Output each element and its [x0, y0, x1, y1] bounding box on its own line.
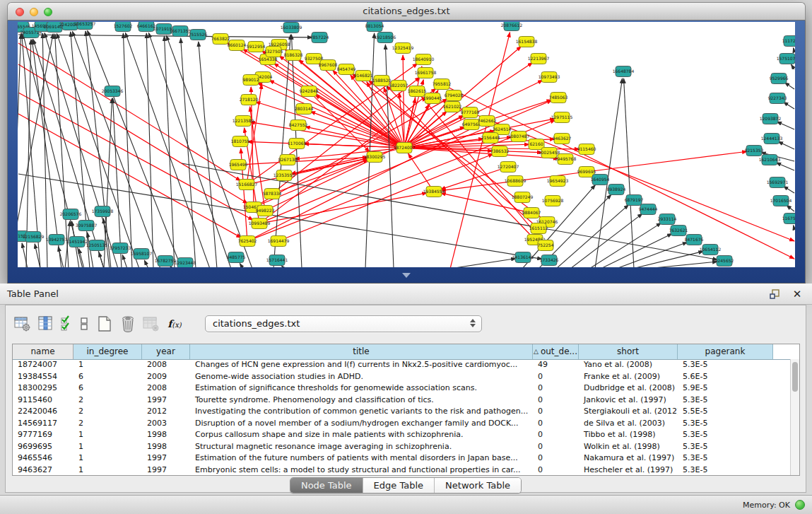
- graph-node[interactable]: 9146821: [354, 71, 373, 81]
- graph-node[interactable]: 9227343: [768, 93, 787, 104]
- graph-node[interactable]: 1117263: [782, 36, 795, 47]
- window-titlebar[interactable]: citations_edges.txt: [7, 2, 806, 21]
- graph-node[interactable]: 1990445: [423, 93, 442, 104]
- graph-node[interactable]: 1810755: [231, 136, 250, 147]
- graph-node[interactable]: 8471676: [685, 235, 704, 245]
- graph-node[interactable]: 10973493: [539, 72, 560, 83]
- graph-node[interactable]: 15692971: [767, 177, 789, 188]
- graph-node[interactable]: 1640954: [591, 175, 610, 185]
- graph-node[interactable]: 19654923: [547, 176, 569, 187]
- graph-node[interactable]: 16958107: [131, 249, 153, 259]
- table-row[interactable]: 969969511998Structural magnetic resonanc…: [13, 441, 790, 453]
- float-panel-icon[interactable]: [768, 288, 781, 300]
- graph-node[interactable]: 1527602: [114, 22, 133, 32]
- network-canvas[interactable]: 1872400776638228660124591295416543382342…: [18, 22, 795, 267]
- graph-node[interactable]: 19384554: [423, 187, 445, 197]
- graph-node[interactable]: 8215353: [745, 146, 764, 156]
- close-panel-icon[interactable]: ✕: [791, 288, 804, 300]
- graph-node[interactable]: 12923448: [175, 258, 196, 268]
- graph-node[interactable]: 7485063: [549, 93, 568, 103]
- table-row[interactable]: 2242004622012Investigating the contribut…: [13, 406, 790, 418]
- graph-node[interactable]: 9777169: [461, 107, 480, 118]
- graph-node[interactable]: 18807249: [512, 192, 534, 203]
- graph-node[interactable]: 752254: [538, 240, 554, 251]
- graph-node[interactable]: 8186328: [284, 50, 303, 61]
- graph-node[interactable]: 7515526: [189, 30, 208, 40]
- graph-node[interactable]: 7462662: [478, 116, 497, 127]
- tab-edge-table[interactable]: Edge Table: [363, 478, 434, 493]
- graph-node[interactable]: 18724007: [394, 143, 416, 153]
- graph-node[interactable]: 16961758: [415, 68, 437, 78]
- table-row[interactable]: 1872400712008Changes of HCN gene express…: [13, 359, 790, 371]
- graph-node[interactable]: 6879197: [625, 195, 644, 206]
- graph-node[interactable]: 7632621: [669, 226, 688, 236]
- graph-node[interactable]: 12720407: [498, 162, 519, 173]
- graph-node[interactable]: 17359928: [92, 206, 114, 217]
- graph-node[interactable]: 6822057: [389, 81, 408, 91]
- graph-node[interactable]: 17957233: [110, 243, 131, 254]
- graph-node[interactable]: 17016504: [770, 196, 792, 206]
- graph-node[interactable]: 1615112: [529, 223, 548, 234]
- minimize-window-button[interactable]: [30, 8, 38, 16]
- graph-node[interactable]: 1170065: [288, 139, 307, 149]
- graph-node[interactable]: 1965496: [229, 160, 248, 170]
- graph-node[interactable]: 7386532: [490, 146, 510, 157]
- column-header-short[interactable]: short: [579, 344, 678, 359]
- select-columns-button[interactable]: [59, 315, 73, 333]
- graph-node[interactable]: 7955812: [433, 79, 452, 90]
- graph-node[interactable]: 10807487: [508, 132, 530, 142]
- graph-node[interactable]: 10756928: [542, 196, 564, 206]
- column-header-pagerank[interactable]: pagerank: [678, 344, 773, 359]
- graph-node[interactable]: 12505135: [86, 240, 108, 251]
- graph-node[interactable]: 18640910: [413, 54, 435, 65]
- graph-node[interactable]: 7625402: [238, 236, 257, 247]
- graph-node[interactable]: 19218506: [375, 33, 396, 43]
- graph-node[interactable]: 15166827: [236, 180, 258, 190]
- graph-node[interactable]: 2933114: [658, 214, 677, 225]
- table-row[interactable]: 1456911722003Disruption of a novel membe…: [13, 418, 790, 430]
- graph-node[interactable]: 13942757: [46, 235, 68, 245]
- scrollbar-thumb[interactable]: [792, 362, 798, 392]
- graph-node[interactable]: 12353553: [273, 170, 295, 181]
- graph-node[interactable]: 12444133: [761, 134, 783, 144]
- graph-node[interactable]: 12325419: [392, 43, 414, 54]
- graph-node[interactable]: 8660124: [228, 40, 247, 51]
- tab-node-table[interactable]: Node Table: [290, 478, 363, 493]
- graph-node[interactable]: 8427552: [289, 120, 308, 131]
- tab-network-table[interactable]: Network Table: [434, 478, 521, 493]
- graph-node[interactable]: 8813054: [365, 22, 384, 32]
- graph-node[interactable]: 9884067: [522, 208, 541, 218]
- graph-node[interactable]: 7857224: [310, 33, 329, 43]
- graph-node[interactable]: 16782759: [155, 256, 177, 267]
- graph-node[interactable]: 9474444: [639, 204, 658, 215]
- graph-node[interactable]: 9242848: [300, 86, 319, 97]
- table-row[interactable]: 977716911998Corpus callosum shape and si…: [13, 429, 790, 441]
- graph-node[interactable]: 9115460: [577, 144, 596, 155]
- graph-node[interactable]: 1621022: [443, 102, 462, 112]
- graph-node[interactable]: 9463627: [553, 134, 572, 144]
- graph-node[interactable]: 1167533: [782, 214, 795, 224]
- show-columns-button[interactable]: [36, 315, 56, 333]
- graph-node[interactable]: 9245652: [715, 256, 734, 267]
- table-row[interactable]: 1830029562008Estimation of significance …: [13, 382, 790, 395]
- create-column-button[interactable]: [95, 315, 114, 333]
- graph-node[interactable]: 16914479: [268, 236, 290, 247]
- graph-node[interactable]: 6794028: [445, 90, 464, 101]
- table-settings-button[interactable]: [13, 315, 33, 333]
- graph-node[interactable]: 12156829: [23, 232, 45, 243]
- graph-node[interactable]: 14136141: [512, 252, 534, 263]
- column-header-title[interactable]: title: [190, 344, 533, 359]
- graph-node[interactable]: 20206576: [60, 209, 82, 220]
- graph-node[interactable]: 10653257: [74, 22, 96, 30]
- delete-column-button[interactable]: [118, 315, 138, 333]
- graph-node[interactable]: 12213967: [528, 54, 550, 64]
- graph-node[interactable]: 30975887: [76, 221, 98, 231]
- graph-node[interactable]: 10993489: [249, 218, 271, 229]
- graph-node[interactable]: 10688609: [505, 176, 526, 187]
- graph-node[interactable]: 5878334: [263, 189, 282, 199]
- column-header-year[interactable]: year: [142, 344, 190, 359]
- graph-node[interactable]: 1588520: [372, 76, 392, 86]
- graph-node[interactable]: 2967608: [319, 60, 338, 71]
- table-row[interactable]: 1938455462009Genome-wide association stu…: [13, 371, 790, 383]
- graph-node[interactable]: 15751074: [777, 54, 795, 64]
